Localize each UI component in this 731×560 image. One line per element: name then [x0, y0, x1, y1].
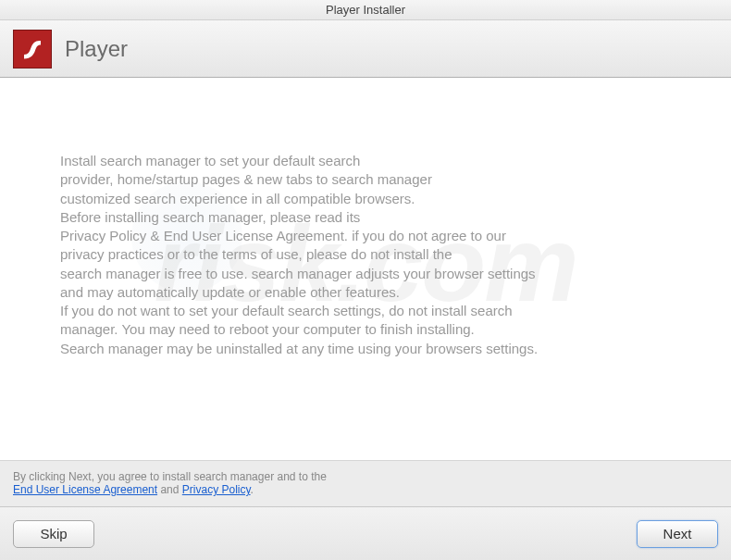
body-line: search manager is free to use. search ma…	[60, 265, 671, 283]
body-line: Install search manager to set your defau…	[60, 152, 671, 170]
agreement-suffix: .	[251, 483, 254, 496]
body-line: customized search experience in all comp…	[60, 190, 671, 208]
agreement-bar: By clicking Next, you agree to install s…	[0, 460, 731, 506]
eula-link[interactable]: End User License Agreement	[13, 483, 157, 496]
body-line: Privacy Policy & End User License Agreem…	[60, 227, 671, 245]
body-line: If you do not want to set your default s…	[60, 302, 671, 320]
body-line: and may automatically update or enable o…	[60, 283, 671, 302]
body-line: Search manager may be uninstalled at any…	[60, 340, 671, 358]
body-text: Install search manager to set your defau…	[60, 152, 671, 358]
privacy-policy-link[interactable]: Privacy Policy	[182, 483, 251, 496]
button-bar: Skip Next	[0, 506, 731, 560]
header-title: Player	[65, 36, 128, 62]
content-area: risk.com Install search manager to set y…	[0, 78, 731, 449]
body-line: manager. You may need to reboot your com…	[60, 320, 671, 339]
body-line: privacy practices or to the terms of use…	[60, 245, 671, 264]
window-title: Player Installer	[326, 3, 405, 17]
body-line: provider, home/startup pages & new tabs …	[60, 170, 671, 189]
window-titlebar: Player Installer	[0, 0, 731, 20]
next-button[interactable]: Next	[637, 520, 718, 548]
flash-player-icon	[13, 30, 52, 68]
agreement-prefix: By clicking Next, you agree to install s…	[13, 470, 327, 483]
header-bar: Player	[0, 20, 731, 78]
agreement-joiner: and	[157, 483, 182, 496]
skip-button[interactable]: Skip	[13, 520, 94, 548]
body-line: Before installing search manager, please…	[60, 208, 671, 227]
